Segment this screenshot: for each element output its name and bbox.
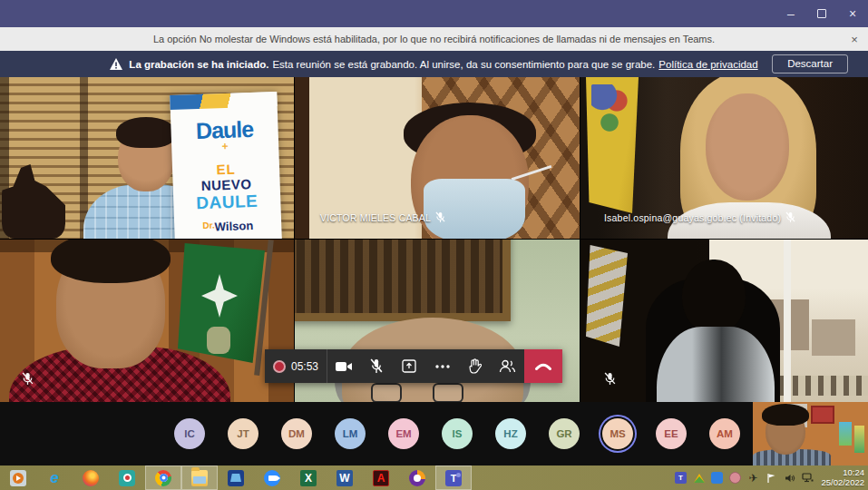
chrome-icon: [155, 470, 171, 486]
mic-muted-icon: [435, 211, 445, 223]
video-tile-red-plaid-man[interactable]: [0, 240, 294, 402]
clock-time: 10:24: [821, 467, 864, 477]
taskbar-excel[interactable]: X: [290, 466, 327, 490]
taskbar-firefox[interactable]: [73, 466, 109, 490]
taskbar-chrome[interactable]: [145, 466, 181, 490]
participant-avatar[interactable]: DM: [281, 418, 312, 449]
window-frame: [784, 240, 791, 402]
taskbar-scanner-app[interactable]: [218, 466, 254, 490]
participant-avatar[interactable]: LM: [335, 418, 366, 449]
flag-emblem: [591, 84, 628, 139]
door-column: [295, 77, 309, 239]
participants-roster-bar: IC JT DM LM EM IS HZ GR MS EE AM: [0, 402, 868, 466]
daule-campaign-banner: Daule + EL NUEVO DAULE Dr.Wilson: [170, 92, 282, 239]
network-tray-icon[interactable]: [802, 472, 814, 484]
taskbar-clock[interactable]: 10:24 25/02/2022: [821, 467, 864, 487]
flag-crest: [207, 327, 230, 354]
person-head: [706, 93, 789, 201]
firefox-icon: [83, 470, 99, 486]
participant-avatar[interactable]: EE: [656, 418, 687, 449]
taskbar-secure-browser[interactable]: [399, 466, 435, 490]
taskbar-acrobat[interactable]: A: [363, 466, 399, 490]
hang-up-button[interactable]: [524, 349, 562, 383]
taskbar-teams[interactable]: T: [435, 466, 472, 490]
participant-avatar[interactable]: HZ: [495, 418, 526, 449]
video-tile-backlit-man[interactable]: [580, 240, 868, 402]
google-drive-tray-icon[interactable]: [693, 472, 705, 484]
recording-banner-text: Esta reunión se está grabando. Al unirse…: [272, 59, 655, 70]
video-tile-victor[interactable]: VICTOR MIELES CABAL: [295, 77, 580, 239]
participant-avatar[interactable]: AM: [709, 418, 740, 449]
teams-icon: T: [445, 470, 462, 486]
dismiss-recording-button[interactable]: Descartar: [772, 54, 848, 74]
person-hair: [116, 117, 176, 148]
show-participants-button[interactable]: [492, 349, 524, 383]
volume-tray-icon[interactable]: [784, 472, 795, 484]
banner-credit-name: Wilson: [214, 219, 253, 233]
participant-avatar[interactable]: GR: [549, 418, 580, 449]
pink-app-tray-icon[interactable]: [729, 472, 741, 484]
surgical-mask: [424, 179, 525, 239]
participant-avatar[interactable]: EM: [388, 418, 419, 449]
mic-toggle-button[interactable]: [360, 349, 393, 383]
horse-statue: [2, 164, 65, 239]
blue-app-tray-icon[interactable]: [711, 472, 723, 484]
excel-icon: X: [300, 470, 317, 486]
clock-date: 25/02/2022: [821, 477, 864, 487]
minimize-button[interactable]: –: [775, 0, 806, 27]
raise-hand-icon: [468, 358, 482, 374]
recording-banner: La grabación se ha iniciado. Esta reunió…: [0, 51, 868, 77]
call-controls-toolbar: 05:53: [265, 349, 562, 383]
participant-avatar[interactable]: JT: [228, 418, 258, 449]
acrobat-icon: A: [373, 470, 389, 486]
participant-avatar-speaking[interactable]: MS: [602, 418, 633, 449]
taskbar-file-explorer[interactable]: [181, 466, 218, 490]
language-flag-tray-icon[interactable]: [766, 472, 777, 484]
flag: [586, 245, 628, 347]
dnd-banner-text: La opción No molestar de Windows está ha…: [27, 34, 841, 44]
restore-button[interactable]: [806, 0, 837, 27]
more-options-icon: [435, 365, 450, 368]
mic-muted-icon: [22, 372, 34, 386]
close-button[interactable]: ×: [837, 0, 868, 27]
participants-icon: [499, 359, 516, 373]
recording-indicator: 05:53: [265, 349, 327, 383]
eyeglasses-left-lens: [371, 383, 402, 402]
banner-credit: Dr.Wilson: [174, 218, 281, 235]
participant-name-label: Isabel.ospina@guayas.gob.ec (Invitado): [604, 211, 795, 223]
participant-avatar[interactable]: IC: [174, 418, 205, 449]
video-grid: Daule + EL NUEVO DAULE Dr.Wilson VICTOR …: [0, 77, 868, 402]
person-hair: [51, 240, 171, 283]
participant-name-text: Isabel.ospina@guayas.gob.ec (Invitado): [604, 212, 781, 223]
raise-hand-button[interactable]: [459, 349, 492, 383]
person-head: [682, 260, 746, 334]
self-view-video[interactable]: [753, 402, 868, 466]
warning-icon: [110, 58, 122, 70]
screen-recorder-icon: [119, 470, 135, 486]
call-timer: 05:53: [291, 360, 318, 373]
taskbar-zoom[interactable]: [254, 466, 290, 490]
system-tray: T ✈: [675, 466, 814, 490]
wall-poster: [811, 406, 834, 424]
daule-logo-mark: +: [171, 138, 278, 154]
dnd-banner-close-button[interactable]: ×: [841, 33, 868, 46]
eyeglasses-right-lens: [433, 383, 463, 402]
share-screen-button[interactable]: [393, 349, 425, 383]
close-icon: ×: [849, 6, 856, 21]
windows-taskbar: e X W A T T ✈ 10:24 25/02/2022: [0, 466, 868, 490]
camera-toggle-button[interactable]: [327, 349, 360, 383]
wall-poster: [839, 422, 852, 446]
participant-avatar[interactable]: IS: [442, 418, 473, 449]
video-tile-wilson[interactable]: Daule + EL NUEVO DAULE Dr.Wilson: [0, 77, 294, 239]
minimize-icon: –: [787, 6, 795, 21]
video-tile-isabel[interactable]: Isabel.ospina@guayas.gob.ec (Invitado): [580, 77, 868, 239]
more-options-button[interactable]: [426, 349, 459, 383]
teams-tray-icon[interactable]: T: [675, 472, 687, 484]
taskbar-word[interactable]: W: [327, 466, 363, 490]
taskbar-media-player[interactable]: [0, 466, 36, 490]
taskbar-internet-explorer[interactable]: e: [36, 466, 73, 490]
taskbar-screen-recorder[interactable]: [109, 466, 145, 490]
dark-app-tray-icon[interactable]: ✈: [747, 472, 759, 484]
privacy-policy-link[interactable]: Política de privacidad: [658, 59, 757, 70]
camera-icon: [335, 360, 353, 373]
